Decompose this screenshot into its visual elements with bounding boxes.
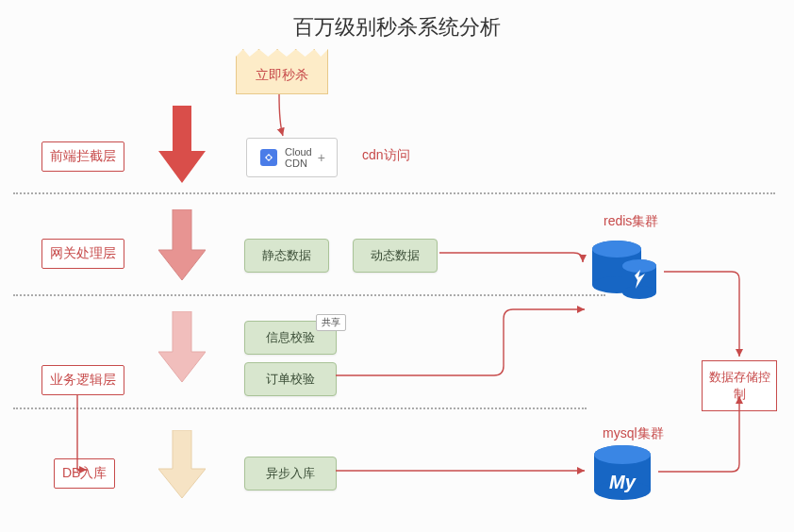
connectors bbox=[0, 0, 794, 532]
